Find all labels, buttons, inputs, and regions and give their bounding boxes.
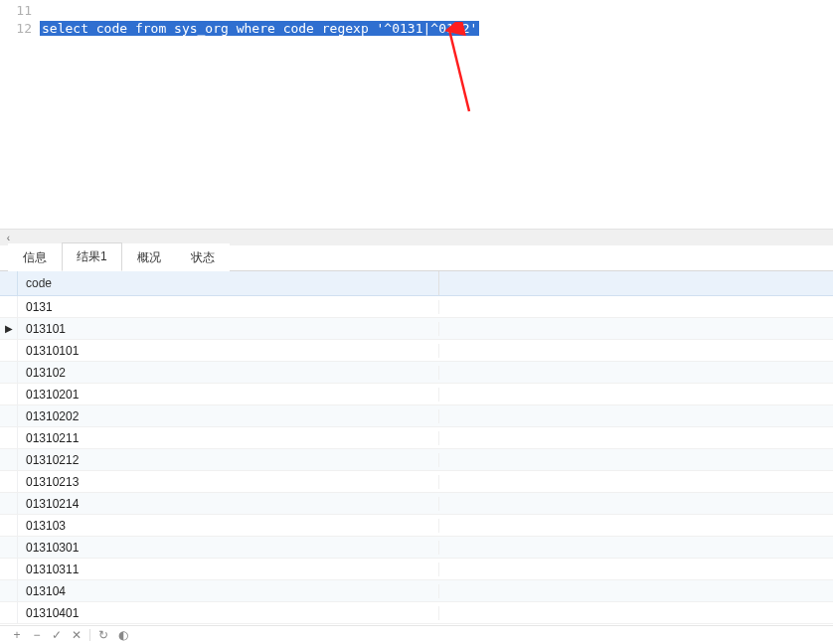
- sql-editor[interactable]: 1112 select code from sys_org where code…: [0, 0, 833, 229]
- cell-code[interactable]: 01310214: [18, 497, 439, 511]
- code-line[interactable]: select code from sys_org where code rege…: [40, 20, 833, 38]
- line-number: 11: [0, 2, 32, 20]
- row-marker: [0, 493, 18, 514]
- table-row[interactable]: 01310101: [0, 340, 833, 362]
- cell-code[interactable]: 0131: [18, 300, 439, 314]
- row-marker: [0, 296, 18, 317]
- table-row[interactable]: 01310211: [0, 427, 833, 449]
- tab-overview[interactable]: 概况: [122, 243, 176, 271]
- table-row[interactable]: 013103: [0, 515, 833, 537]
- table-row[interactable]: 013104: [0, 580, 833, 602]
- table-row[interactable]: 01310311: [0, 559, 833, 580]
- table-row[interactable]: 01310201: [0, 384, 833, 405]
- table-row[interactable]: ▶013101: [0, 318, 833, 340]
- cell-code[interactable]: 013102: [18, 366, 439, 380]
- table-row[interactable]: 0131: [0, 296, 833, 318]
- row-marker: [0, 580, 18, 601]
- footer-remove-icon[interactable]: −: [30, 628, 44, 642]
- table-row[interactable]: 01310301: [0, 537, 833, 559]
- row-marker: [0, 427, 18, 448]
- footer-add-icon[interactable]: +: [10, 628, 24, 642]
- footer-cancel-icon[interactable]: ✕: [70, 628, 83, 642]
- row-marker: [0, 537, 18, 558]
- table-row[interactable]: 01310212: [0, 449, 833, 471]
- line-number: 12: [0, 20, 32, 38]
- cell-code[interactable]: 013104: [18, 584, 439, 598]
- cell-code[interactable]: 013101: [18, 322, 439, 336]
- row-marker: ▶: [0, 318, 18, 339]
- grid-body[interactable]: 0131▶01310101310101013102013102010131020…: [0, 296, 833, 624]
- row-marker: [0, 340, 18, 361]
- table-row[interactable]: 01310214: [0, 493, 833, 515]
- table-row[interactable]: 01310401: [0, 602, 833, 624]
- footer-refresh-icon[interactable]: ↻: [96, 628, 110, 642]
- row-marker: [0, 515, 18, 536]
- footer-toolbar: + − ✓ ✕ ↻ ◐: [0, 626, 833, 644]
- row-marker: [0, 362, 18, 383]
- footer-separator: [89, 629, 90, 641]
- row-marker: [0, 471, 18, 492]
- cell-code[interactable]: 013103: [18, 519, 439, 533]
- cell-code[interactable]: 01310201: [18, 388, 439, 402]
- code-content[interactable]: select code from sys_org where code rege…: [40, 0, 833, 38]
- row-marker: [0, 405, 18, 426]
- row-marker: [0, 449, 18, 470]
- code-line[interactable]: [40, 2, 833, 20]
- cell-code[interactable]: 01310211: [18, 431, 439, 445]
- line-number-gutter: 1112: [0, 0, 40, 229]
- cell-code[interactable]: 01310401: [18, 606, 439, 620]
- footer-stop-icon[interactable]: ◐: [116, 628, 130, 642]
- tab-info[interactable]: 信息: [8, 243, 62, 271]
- tab-status[interactable]: 状态: [176, 243, 230, 271]
- column-header-code[interactable]: code: [18, 271, 439, 295]
- table-row[interactable]: 01310213: [0, 471, 833, 493]
- tab-result1[interactable]: 结果1: [62, 242, 122, 271]
- result-tabs: 信息 结果1 概况 状态: [0, 245, 833, 271]
- row-marker: [0, 559, 18, 579]
- cell-code[interactable]: 01310311: [18, 563, 439, 576]
- cell-code[interactable]: 01310202: [18, 409, 439, 423]
- selected-sql[interactable]: select code from sys_org where code rege…: [40, 21, 479, 36]
- cell-code[interactable]: 01310213: [18, 475, 439, 489]
- cell-code[interactable]: 01310212: [18, 453, 439, 467]
- cell-code[interactable]: 01310301: [18, 541, 439, 555]
- grid-header[interactable]: code: [0, 271, 833, 296]
- footer-check-icon[interactable]: ✓: [50, 628, 64, 642]
- row-marker-header: [0, 271, 18, 295]
- cell-code[interactable]: 01310101: [18, 344, 439, 358]
- result-grid: code 0131▶013101013101010131020131020101…: [0, 271, 833, 624]
- row-marker: [0, 384, 18, 404]
- table-row[interactable]: 013102: [0, 362, 833, 384]
- row-marker: [0, 602, 18, 623]
- table-row[interactable]: 01310202: [0, 405, 833, 427]
